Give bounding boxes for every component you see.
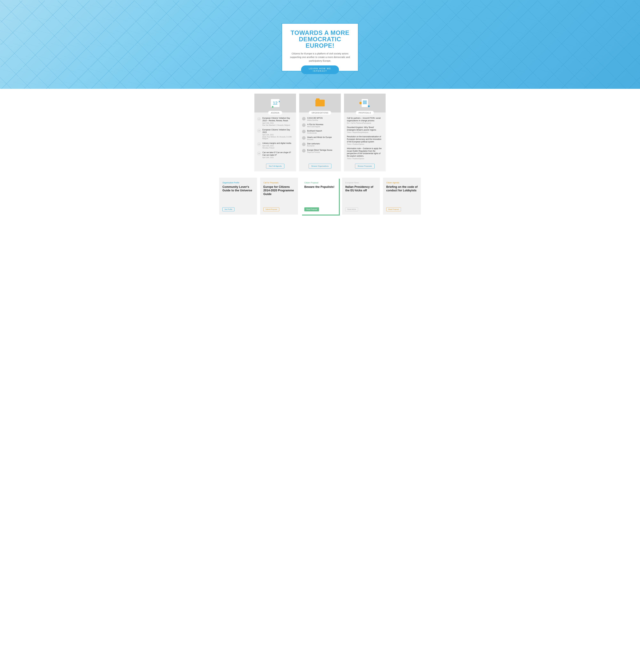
card-action-button[interactable]: See Profile [222,207,234,211]
feature-card[interactable]: European NewsItalian Presidency of the E… [342,178,380,215]
agenda-day-badge: 16 [257,152,261,155]
cards-row: Organisation ProfileCommunity Lover's Gu… [214,178,426,215]
card-action-button[interactable]: Read Proposal [304,207,319,211]
feature-card[interactable]: Organisation ProfileCommunity Lover's Gu… [219,178,257,215]
organisation-location: Aldeia Gavinha [307,119,338,121]
hero-title-line: DEMOCRATIC EUROPE! [299,36,341,49]
card-category: Call for Proposals [263,181,295,184]
columns-section: 12 AGENDA 13European Citizens' Initiativ… [226,93,414,171]
hero-title-line: TOWARDS A MORE [291,29,349,36]
organisation-item[interactable]: Burkhard HaaschGroßenbrode [302,130,338,134]
organisation-name: Dan carbunaru [307,143,338,145]
agenda-item-location: Wrocław, Poland [262,147,293,149]
organisation-location: Bucharest [307,145,338,147]
organisation-name: CAIXA DE MITOS [307,117,338,119]
avatar-icon [302,130,306,133]
avatar-icon [302,143,306,146]
card-action-button[interactable]: Read Proposal [386,207,401,211]
organisation-name: Burkhard Haasch [307,130,338,132]
agenda-item[interactable]: 15Literary margins and digital mediaApri… [257,142,293,149]
agenda-badge: AGENDA [268,111,282,115]
organisation-location: Großenbrode [307,132,338,134]
card-category: Citizen Proposal [304,181,336,184]
organisation-item[interactable]: Hearts and Minds for EuropeBrussels [302,136,338,140]
document-icon-wrap [362,99,368,107]
agenda-item[interactable]: 16Can we take it? Can we shape it? Can w… [257,151,293,159]
proposal-category: Do > Call for Partners/Participants [347,122,383,124]
calendar-icon: 12 [271,99,279,107]
proposal-item[interactable]: Resolution on the transnationalisation o… [347,135,383,145]
browse-organisations-button[interactable]: Browse Organisations [309,164,331,169]
organisation-location: Mont Saint Aignan [307,126,338,128]
proposals-badge: PROPOSALS [356,111,374,115]
proposal-title: Resolution on the transnationalisation o… [347,135,383,143]
avatar-icon [302,136,306,140]
proposals-header: PROPOSALS [344,93,386,113]
organisation-item[interactable]: Dan carbunaruBucharest [302,143,338,147]
document-icon [362,99,368,107]
agenda-item-title: European Citizens' Initiative Day 2015 –… [262,117,293,122]
proposal-title: Information note – Guidance to apply the… [347,147,383,157]
folder-icon [315,100,325,106]
proposal-category: Think > Report/Study/Analysis [347,132,383,133]
hero-subtitle: Citizens for Europe is a platform of civ… [289,52,351,63]
agenda-column: 12 AGENDA 13European Citizens' Initiativ… [254,93,296,171]
agenda-item-title: Literary margins and digital media [262,142,293,145]
card-title: Briefing on the code of conduct for Lobb… [386,185,418,192]
agenda-day-badge: 13 [257,129,261,132]
see-full-agenda-button[interactable]: See Full Agenda [266,164,285,169]
organisation-name: Hearts and Minds for Europe [307,136,338,138]
agenda-item-date: April 13th, 2015 [262,122,293,124]
agenda-item-location: EESC Rue Belliard, 99, Brussels, B-1040 … [262,136,293,140]
proposal-item[interactable]: Disunited Kingdom: Why 'Brexit' endanger… [347,126,383,133]
organisation-location: Brussels [307,138,338,140]
organisations-badge: ORGANISATIONS [309,111,331,115]
organisation-item[interactable]: CAIXA DE MITOSAldeia Gavinha [302,117,338,121]
card-title: Italian Presidency of the EU kicks off [345,185,377,192]
card-action-button[interactable]: Submit Proposal [263,207,279,211]
agenda-item-date: April 16th, 2015 [262,157,293,158]
card-title: Beware the Populists! [304,185,336,189]
card-category: European News [345,181,377,184]
proposal-title: Call for partners – InnovACTION: social … [347,117,383,122]
avatar-icon [302,123,306,127]
agenda-day-badge: 15 [257,142,261,146]
proposal-category: Think > Position/Opinion [347,143,383,145]
organisation-item[interactable]: Europe Direct Tamega SousaPaços de Ferre… [302,149,338,153]
feature-card[interactable]: Call for ProposalsEurope for Citizens 20… [260,178,298,215]
agenda-item-title: European Citizens' Initiative Day 2015 [262,129,293,134]
card-title: Europe for Citizens 2014-2020 Programme … [263,185,295,196]
proposals-column: PROPOSALS Call for partners – InnovACTIO… [344,93,386,171]
organisation-location: Paços de Ferreira [307,151,338,153]
organisations-column: ORGANISATIONS CAIXA DE MITOSAldeia Gavin… [299,93,341,171]
agenda-item[interactable]: 13European Citizens' Initiative Day 2015… [257,117,293,126]
proposal-title: Disunited Kingdom: Why 'Brexit' endanger… [347,126,383,131]
proposal-item[interactable]: Information note – Guidance to apply the… [347,147,383,159]
card-category: Citizen Agenda [386,181,418,184]
card-title: Community Lover's Guide to the Universe [222,185,254,192]
organisation-name: A l'Est du Nouveau [307,123,338,126]
card-action-button[interactable]: Read Article [345,207,358,211]
hero-title: TOWARDS A MORE DEMOCRATIC EUROPE! [289,30,351,49]
agenda-item-location: Rue Van Maerlant 2, Brussels, Belgium [262,124,293,126]
agenda-item[interactable]: 13European Citizens' Initiative Day 2015… [257,129,293,140]
learn-how-button[interactable]: LEARN HOW WE INTERACT [301,65,339,74]
organisations-header: ORGANISATIONS [299,93,341,113]
agenda-item-date: April 13th, 2015 [262,134,293,136]
agenda-item-date: April 15th, 2015 [262,145,293,147]
organisation-name: Europe Direct Tamega Sousa [307,149,338,151]
organisation-item[interactable]: A l'Est du NouveauMont Saint Aignan [302,123,338,128]
proposal-item[interactable]: Call for partners – InnovACTION: social … [347,117,383,124]
agenda-day-badge: 13 [257,117,261,121]
agenda-item-title: Can we take it? Can we shape it? Can we … [262,151,293,156]
hero-panel: TOWARDS A MORE DEMOCRATIC EUROPE! Citize… [281,23,359,71]
avatar-icon [302,149,306,152]
avatar-icon [302,117,306,120]
feature-card[interactable]: Citizen ProposalBeware the Populists!Rea… [301,178,339,215]
feature-card[interactable]: Citizen AgendaBriefing on the code of co… [383,178,421,215]
proposal-category: Think > Position/Opinion [347,158,383,160]
agenda-header: 12 AGENDA [254,93,296,113]
browse-proposals-button[interactable]: Browse Proposals [355,164,375,169]
hero-section: TOWARDS A MORE DEMOCRATIC EUROPE! Citize… [0,0,640,89]
card-category: Organisation Profile [222,181,254,184]
